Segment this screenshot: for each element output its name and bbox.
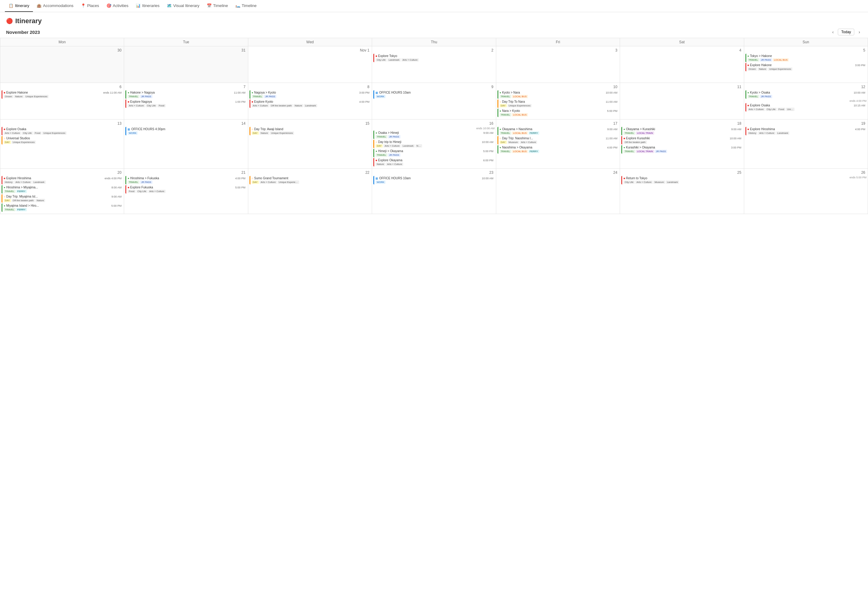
day-nov4: 4 bbox=[620, 46, 744, 83]
event-miyajima-hiro[interactable]: ●Miyajima Island > Hiro... 5:00 PM TRAVE… bbox=[2, 203, 123, 212]
event-naoshima-okayama[interactable]: ●Naoshima > Okayama 4:00 PM TRAVEL LOCAL… bbox=[498, 145, 619, 154]
event-day-trip-awaji[interactable]: ○Day Trip: Awaji Island DAY Nature Uniqu… bbox=[249, 127, 370, 135]
event-explore-hakone-sat[interactable]: ■Explore Hakone 3:00 PM Onsen Nature Uni… bbox=[745, 63, 866, 71]
day-nov11: 11 bbox=[620, 83, 744, 120]
day-nov15: 15 ○Day Trip: Awaji Island DAY Nature Un… bbox=[248, 120, 372, 168]
nav-timeline2[interactable]: 🛏️Timeline bbox=[232, 0, 261, 12]
day-header-sun: Sun bbox=[744, 38, 868, 46]
travel-icon: ● bbox=[499, 91, 501, 94]
explore-icon: ■ bbox=[624, 177, 625, 180]
event-office-430[interactable]: ▦OFFICE HOURS 4:30pm WORK bbox=[125, 127, 246, 135]
explore-icon: ■ bbox=[748, 128, 749, 131]
event-explore-osaka-13[interactable]: ■Explore Osaka Arts + Culture City Life … bbox=[2, 127, 123, 135]
explore-icon: ■ bbox=[748, 104, 749, 107]
event-sumo[interactable]: ○Sumo Grand Tournament DAY Arts + Cultur… bbox=[249, 176, 370, 185]
day-icon: ○ bbox=[4, 195, 5, 198]
travel-icon: ● bbox=[127, 177, 129, 180]
event-okayama-kurashiki[interactable]: ●Okayama > Kurashiki 9:00 AM TRAVEL LOCA… bbox=[621, 127, 742, 135]
event-kyoto-nara[interactable]: ●Kyoto > Nara 10:00 AM TRAVEL LOCAL BUS bbox=[498, 90, 619, 99]
nav-itineraries[interactable]: 📊Itineraries bbox=[132, 0, 163, 12]
event-day-trip-naoshima[interactable]: ○Day Trip: Naoshima I... 11:00 AM DAY Mu… bbox=[498, 136, 619, 144]
prev-month-button[interactable]: ‹ bbox=[830, 29, 836, 35]
event-nara-kyoto[interactable]: ●Nara > Kyoto 5:00 PM TRAVEL LOCAL BUS bbox=[498, 109, 619, 117]
travel-icon: ● bbox=[499, 146, 501, 149]
explore-icon: ■ bbox=[4, 91, 5, 94]
nav-places[interactable]: 📍Places bbox=[77, 0, 103, 12]
event-kurashiki-okayama[interactable]: ●Kurashiki > Okayama 3:00 PM TRAVEL LOCA… bbox=[621, 145, 742, 154]
event-osaka-himeji[interactable]: ●Osaka > Himeji 9:00 AM TRAVEL JR PASS bbox=[373, 130, 495, 139]
event-explore-nagoya[interactable]: ■Explore Nagoya 1:00 PM Arts + Culture C… bbox=[125, 99, 246, 108]
travel-icon: ● bbox=[375, 132, 377, 135]
event-tokyo-hakone[interactable]: ●Tokyo > Hakone TRAVEL JR PASS LOCAL BUS bbox=[745, 54, 866, 62]
day-header-mon: Mon bbox=[0, 38, 124, 46]
day-icon: ○ bbox=[499, 100, 501, 103]
travel-icon: ● bbox=[375, 150, 377, 153]
day-nov25: 25 ■Return to Tokyo City Life Arts + Cul… bbox=[620, 168, 744, 214]
day-nov5: 5 ●Tokyo > Hakone TRAVEL JR PASS LOCAL B… bbox=[744, 46, 868, 83]
event-explore-tokyo[interactable]: ■Explore Tokyo City Life Landmark Arts +… bbox=[373, 54, 495, 62]
event-explore-okayama[interactable]: ■Explore Okayama 6:00 PM Nature Arts + C… bbox=[373, 158, 495, 167]
day-nov14: 14 ▦OFFICE HOURS 4:30pm WORK bbox=[124, 120, 248, 168]
event-explore-hiroshima-19[interactable]: ■Explore Hiroshima 4:00 PM History Arts … bbox=[745, 127, 866, 135]
today-button[interactable]: Today bbox=[838, 29, 854, 35]
day-header-sat: Sat bbox=[620, 38, 744, 46]
day-nov16: 16 ends 10:00 AM ●Osaka > Himeji 9:00 AM… bbox=[372, 120, 496, 168]
travel-icon: ● bbox=[127, 91, 129, 94]
nav-visual-itinerary[interactable]: 🗺️Visual Itinerary bbox=[163, 0, 203, 12]
explore-icon: ■ bbox=[4, 128, 5, 131]
event-himeji-okayama[interactable]: ●Himeji > Okayama 5:00 PM TRAVEL JR PASS bbox=[373, 149, 495, 157]
day-nov2: 2 ■Explore Tokyo City Life Landmark Arts… bbox=[372, 46, 496, 83]
next-month-button[interactable]: › bbox=[857, 29, 862, 35]
explore-icon: ■ bbox=[748, 64, 749, 67]
explore-icon: ■ bbox=[127, 100, 129, 103]
nav-bar: 📋Itinerary 🏨Accommodations 📍Places 🎯Acti… bbox=[0, 0, 868, 12]
event-office-hours-23[interactable]: ▦OFFICE HOURS 10am 10:00 AM WORK bbox=[373, 176, 495, 185]
explore-icon: ■ bbox=[375, 159, 377, 162]
day-nov22: 22 ○Sumo Grand Tournament DAY Arts + Cul… bbox=[248, 168, 372, 214]
nav-accommodations[interactable]: 🏨Accommodations bbox=[33, 0, 77, 12]
event-hiroshima-fukuoka[interactable]: ●Hiroshima > Fukuoka 4:00 PM TRAVEL JR P… bbox=[125, 176, 246, 185]
day-icon: ○ bbox=[375, 141, 377, 144]
event-explore-hiroshima-20[interactable]: ■Explore Hiroshima ends 4:00 PM History … bbox=[2, 176, 123, 185]
office-icon: ▦ bbox=[375, 91, 378, 94]
day-nov23: 23 ▦OFFICE HOURS 10am 10:00 AM WORK bbox=[372, 168, 496, 214]
explore-icon: ■ bbox=[127, 186, 129, 189]
nav-activities[interactable]: 🎯Activities bbox=[103, 0, 132, 12]
day-nov9: 9 ▦OFFICE HOURS 10am WORK bbox=[372, 83, 496, 120]
explore-icon: ■ bbox=[252, 100, 253, 103]
day-header-thu: Thu bbox=[372, 38, 496, 46]
event-universal-studios[interactable]: ○Universal Studios DAY Unique Experience… bbox=[2, 136, 123, 144]
event-day-trip-nara[interactable]: ○Day Trip To Nara 11:00 AM DAY Unique Ex… bbox=[498, 99, 619, 108]
explore-icon: ■ bbox=[375, 55, 377, 58]
event-office-hours-9[interactable]: ▦OFFICE HOURS 10am WORK bbox=[373, 90, 495, 99]
day-header-tue: Tue bbox=[124, 38, 248, 46]
day-header-wed: Wed bbox=[248, 38, 372, 46]
day-nov13: 13 ■Explore Osaka Arts + Culture City Li… bbox=[0, 120, 124, 168]
day-nov24: 24 bbox=[496, 168, 620, 214]
day-nov10: 10 ●Kyoto > Nara 10:00 AM TRAVEL LOCAL B… bbox=[496, 83, 620, 120]
day-icon: ○ bbox=[4, 137, 5, 140]
event-nagoya-kyoto[interactable]: ●Nagoya > Kyoto 3:00 PM TRAVEL JR PASS bbox=[249, 90, 370, 99]
day-header-fri: Fri bbox=[496, 38, 620, 46]
event-okayama-naoshima[interactable]: ●Okayama > Naoshima 9:00 AM TRAVEL LOCAL… bbox=[498, 127, 619, 135]
calendar-header: November 2023 ‹ Today › bbox=[0, 27, 868, 38]
event-kyoto-osaka[interactable]: ●Kyoto > Osaka 10:00 AM TRAVEL JR PASS bbox=[745, 90, 866, 99]
event-explore-kurashiki[interactable]: ■Explore Kurashiki 10:00 AM Off the beat… bbox=[621, 136, 742, 144]
travel-icon: ● bbox=[499, 109, 501, 112]
event-explore-fukuoka[interactable]: ■Explore Fukuoka 5:00 PM Food City Life … bbox=[125, 185, 246, 194]
travel-icon: ● bbox=[624, 128, 625, 131]
event-explore-osaka-12[interactable]: ■Explore Osaka 10:15 AM Arts + Culture C… bbox=[745, 103, 866, 112]
travel-icon: ● bbox=[748, 91, 749, 94]
day-nov20: 20 ■Explore Hiroshima ends 4:00 PM Histo… bbox=[0, 168, 124, 214]
event-explore-hakone-6[interactable]: ■Explore Hakone ends 11:00 AM Onsen Natu… bbox=[2, 90, 123, 99]
event-return-tokyo[interactable]: ■Return to Tokyo City Life Arts + Cultur… bbox=[621, 176, 742, 185]
day-nov6: 6 ■Explore Hakone ends 11:00 AM Onsen Na… bbox=[0, 83, 124, 120]
event-day-trip-miyajima[interactable]: ○Day Trip: Miyajima Isl... 9:00 AM DAY O… bbox=[2, 194, 123, 203]
nav-itinerary[interactable]: 📋Itinerary bbox=[5, 0, 33, 12]
event-explore-kyoto[interactable]: ■Explore Kyoto 4:00 PM Arts + Culture Of… bbox=[249, 99, 370, 108]
day-nov3: 3 bbox=[496, 46, 620, 83]
event-hakone-nagoya[interactable]: ●Hakone > Nagoya 11:00 AM TRAVEL JR PASS bbox=[125, 90, 246, 99]
nav-timeline1[interactable]: 📅Timeline bbox=[203, 0, 232, 12]
event-day-trip-himeji[interactable]: ○Day trip to Himeji 10:00 AM DAY Arts + … bbox=[373, 139, 495, 148]
event-hiroshima-miyajima[interactable]: ●Hiroshima > Miyajima... 8:00 AM TRAVEL … bbox=[2, 185, 123, 194]
